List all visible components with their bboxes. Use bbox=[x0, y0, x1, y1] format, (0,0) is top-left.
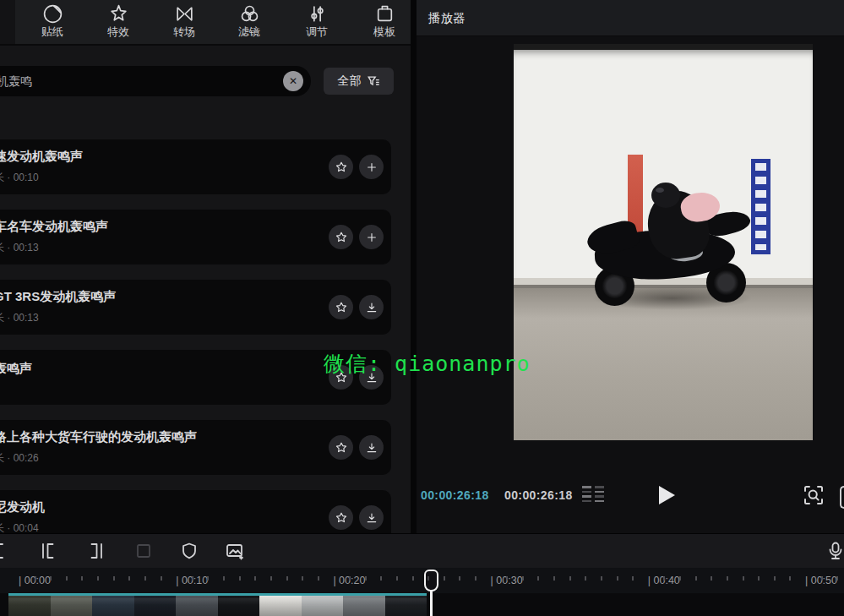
sound-item-title: 速发动机轰鸣声 bbox=[0, 149, 329, 165]
player-video-frame bbox=[514, 44, 813, 440]
ruler-tick bbox=[679, 576, 681, 581]
sound-item-duration bbox=[0, 383, 329, 395]
search-clear-button[interactable]: ✕ bbox=[283, 71, 303, 91]
funnel-filter-icon bbox=[367, 74, 380, 88]
download-button[interactable] bbox=[359, 295, 384, 319]
protect-button[interactable] bbox=[179, 541, 199, 561]
favorite-button[interactable] bbox=[329, 505, 353, 530]
microphone-icon bbox=[825, 541, 844, 561]
tab-label: 贴纸 bbox=[41, 26, 63, 38]
sound-item-title: 尼发动机 bbox=[0, 499, 329, 515]
clip-thumbnail bbox=[259, 596, 302, 616]
trim-right-button[interactable] bbox=[85, 541, 106, 561]
ruler-tick bbox=[789, 576, 791, 581]
clip-thumbnail bbox=[51, 596, 93, 616]
filter-all-button[interactable]: 全部 bbox=[324, 68, 394, 95]
clip-thumbnail bbox=[385, 596, 427, 616]
playhead-head[interactable] bbox=[424, 570, 438, 591]
ruler-tick bbox=[161, 576, 162, 581]
tab-stickers[interactable]: 贴纸 bbox=[27, 3, 78, 42]
ruler-tick bbox=[774, 576, 776, 581]
blue-banner bbox=[751, 159, 770, 254]
tab-transitions[interactable]: 转场 bbox=[159, 3, 210, 42]
ruler-tick bbox=[727, 576, 728, 581]
favorite-button[interactable] bbox=[329, 225, 353, 249]
ruler-tick bbox=[743, 576, 744, 581]
player-panel: 播放器 00:00:26:18 00:00:26:18 bbox=[417, 0, 844, 533]
total-timecode: 00:00:26:18 bbox=[504, 488, 573, 502]
ruler-tick bbox=[270, 576, 272, 581]
video-clip[interactable] bbox=[8, 593, 427, 616]
sound-item-title: GT 3RS发动机轰鸣声 bbox=[0, 289, 329, 305]
ruler-tick bbox=[836, 576, 838, 581]
tab-label: 特效 bbox=[107, 26, 129, 38]
tab-filters[interactable]: 滤镜 bbox=[224, 3, 275, 42]
sound-list-item[interactable]: 车名车发动机轰鸣声 长 · 00:13 bbox=[0, 210, 391, 264]
frame-preview-toggle[interactable] bbox=[582, 486, 607, 504]
ruler-tick bbox=[144, 576, 146, 581]
favorite-button[interactable] bbox=[329, 295, 353, 319]
sound-item-text: 尼发动机 长 · 00:04 bbox=[0, 499, 329, 533]
ruler-tick bbox=[286, 576, 288, 581]
trim-left-button[interactable] bbox=[39, 541, 59, 561]
watermark-text: 微信: qiaonanpro bbox=[324, 350, 531, 378]
ruler-tick bbox=[207, 576, 209, 581]
clip-thumbnail bbox=[8, 596, 51, 616]
sound-item-title: 路上各种大货车行驶的发动机轰鸣声 bbox=[0, 429, 329, 445]
tab-adjust[interactable]: 调节 bbox=[291, 3, 342, 42]
sound-item-actions bbox=[329, 295, 384, 319]
ruler-tick bbox=[522, 576, 524, 581]
sound-item-actions bbox=[329, 505, 384, 530]
sound-item-actions bbox=[329, 225, 384, 249]
download-icon bbox=[365, 441, 378, 455]
tab-templates[interactable]: 模板 bbox=[359, 3, 410, 42]
tab-effects[interactable]: 特效 bbox=[93, 3, 144, 42]
image-audio-button[interactable] bbox=[225, 541, 245, 561]
download-button[interactable] bbox=[359, 435, 384, 460]
ruler-tick bbox=[663, 576, 665, 581]
split-tool-button[interactable] bbox=[0, 541, 14, 561]
ruler-tick bbox=[569, 576, 571, 581]
star-icon bbox=[335, 161, 348, 174]
favorite-button[interactable] bbox=[329, 155, 353, 179]
add-to-timeline-button[interactable] bbox=[359, 155, 384, 179]
search-input[interactable]: 机轰鸣 ✕ bbox=[0, 66, 311, 96]
ruler-tick bbox=[239, 576, 241, 581]
ruler-tick bbox=[81, 576, 83, 581]
ruler-tick bbox=[632, 576, 634, 581]
panel-divider bbox=[411, 0, 417, 533]
media-library-panel: 贴纸 特效 转场 滤镜 调节 bbox=[0, 0, 411, 533]
ruler-tick bbox=[537, 576, 539, 581]
zoom-fit-button[interactable] bbox=[802, 483, 825, 507]
ruler-tick bbox=[113, 576, 115, 581]
plus-icon bbox=[365, 161, 378, 174]
add-to-timeline-button[interactable] bbox=[359, 225, 384, 249]
download-button[interactable] bbox=[359, 505, 384, 530]
sound-item-title: 车名车发动机轰鸣声 bbox=[0, 219, 329, 235]
ruler-tick bbox=[192, 576, 193, 581]
sound-item-text: 车名车发动机轰鸣声 长 · 00:13 bbox=[0, 219, 329, 255]
cutoff-tab bbox=[0, 0, 15, 44]
sound-list-item[interactable]: 尼发动机 长 · 00:04 bbox=[0, 490, 391, 533]
ruler-tick bbox=[601, 576, 602, 581]
timeline-ruler[interactable]: | 00:00| 00:10| 00:20| 00:30| 00:40| 00:… bbox=[0, 568, 844, 593]
sound-list-item[interactable]: GT 3RS发动机轰鸣声 长 · 00:13 bbox=[0, 280, 391, 335]
record-voiceover-button[interactable] bbox=[825, 541, 844, 561]
current-timecode: 00:00:26:18 bbox=[421, 488, 489, 502]
playhead[interactable] bbox=[424, 570, 438, 591]
sound-item-title: 轰鸣声 bbox=[0, 361, 329, 377]
star-icon bbox=[335, 301, 348, 314]
ruler-tick bbox=[66, 576, 68, 581]
template-box-icon bbox=[374, 3, 395, 25]
favorite-button[interactable] bbox=[329, 435, 353, 460]
zoom-fit-icon bbox=[802, 483, 825, 507]
fullscreen-icon-partial[interactable] bbox=[840, 486, 844, 509]
ruler-tick bbox=[35, 576, 36, 581]
ruler-tick bbox=[128, 576, 130, 581]
clip-thumbnail bbox=[134, 596, 177, 616]
sound-list-item[interactable]: 速发动机轰鸣声 长 · 00:10 bbox=[0, 139, 391, 194]
sound-list: 速发动机轰鸣声 长 · 00:10 车名车发动机轰鸣声 bbox=[0, 127, 411, 533]
sound-list-item[interactable]: 路上各种大货车行驶的发动机轰鸣声 长 · 00:26 bbox=[0, 420, 391, 475]
ruler-tick bbox=[459, 576, 460, 581]
play-button[interactable] bbox=[659, 486, 675, 504]
